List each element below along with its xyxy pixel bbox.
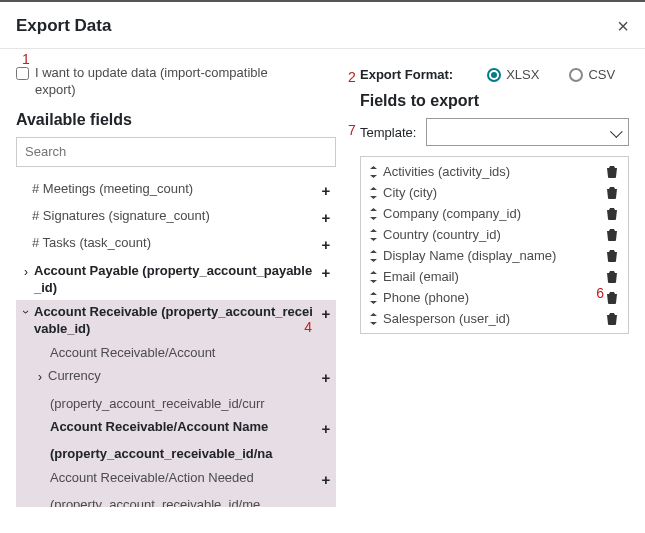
tree-row-branch[interactable]: › Account Payable (property_account_paya…	[16, 259, 336, 300]
tree-row-child: (property_account_receivable_id/curr	[16, 392, 336, 416]
template-row: 7 Template:	[360, 118, 629, 146]
add-field-icon[interactable]: +	[318, 470, 334, 490]
drag-handle-icon[interactable]	[369, 313, 379, 325]
right-column: 2 Export Format: XLSX CSV Fields to expo…	[360, 55, 629, 507]
available-fields-tree[interactable]: 3 # Meetings (meeting_count) + # Signatu…	[16, 177, 336, 507]
close-icon[interactable]: ×	[617, 16, 629, 36]
chevron-right-icon[interactable]: ›	[20, 264, 32, 280]
available-fields-heading: Available fields	[16, 111, 336, 129]
trash-icon[interactable]	[606, 207, 620, 220]
add-field-icon[interactable]: +	[318, 368, 334, 388]
fields-to-export-heading: Fields to export	[360, 92, 629, 110]
export-field-label: Display Name (display_name)	[383, 248, 606, 263]
radio-dot-icon	[487, 68, 501, 82]
drag-handle-icon[interactable]	[369, 250, 379, 262]
field-label: # Tasks (task_count)	[32, 234, 314, 252]
export-fields-list: 5 6 Activities (activity_ids) City (city…	[360, 156, 629, 334]
format-radio-group: XLSX CSV	[487, 67, 615, 82]
add-field-icon[interactable]: +	[318, 304, 334, 324]
export-dialog: Export Data × 1 I want to update data (i…	[0, 2, 645, 507]
field-label: # Meetings (meeting_count)	[32, 180, 314, 198]
field-tech: (property_account_receivable_id/na	[50, 445, 330, 463]
trash-icon[interactable]	[606, 165, 620, 178]
export-field-row[interactable]: Activities (activity_ids)	[365, 161, 624, 182]
export-field-row[interactable]: Country (country_id)	[365, 224, 624, 245]
add-field-icon[interactable]: +	[318, 419, 334, 439]
tree-row-child[interactable]: Account Receivable/Action Needed +	[16, 466, 336, 493]
export-field-row[interactable]: Email (email)	[365, 266, 624, 287]
tree-row-child: (property_account_receivable_id/me	[16, 493, 336, 507]
left-column: 1 I want to update data (import-compatib…	[16, 55, 336, 507]
trash-icon[interactable]	[606, 249, 620, 262]
chevron-right-icon[interactable]: ›	[34, 369, 46, 385]
tree-row[interactable]: # Meetings (meeting_count) +	[16, 177, 336, 204]
titlebar: Export Data ×	[0, 2, 645, 49]
add-field-icon[interactable]: +	[318, 181, 334, 201]
trash-icon[interactable]	[606, 291, 620, 304]
radio-csv[interactable]: CSV	[569, 67, 615, 82]
radio-dot-icon	[569, 68, 583, 82]
field-label: Account Receivable (property_account_rec…	[34, 303, 314, 338]
drag-handle-icon[interactable]	[369, 166, 379, 178]
field-label: Currency	[48, 367, 314, 385]
drag-handle-icon[interactable]	[369, 229, 379, 241]
tree-row-child[interactable]: Account Receivable/Account	[16, 341, 336, 365]
export-field-label: Phone (phone)	[383, 290, 606, 305]
import-compatible-row: 1 I want to update data (import-compatib…	[16, 65, 336, 99]
radio-xlsx[interactable]: XLSX	[487, 67, 539, 82]
field-tech: (property_account_receivable_id/curr	[50, 395, 330, 413]
export-field-label: Email (email)	[383, 269, 606, 284]
add-field-icon[interactable]: +	[318, 208, 334, 228]
export-field-row[interactable]: Phone (phone)	[365, 287, 624, 308]
tree-row[interactable]: # Signatures (signature_count) +	[16, 204, 336, 231]
tree-row-child: (property_account_receivable_id/na	[16, 442, 336, 466]
trash-icon[interactable]	[606, 270, 620, 283]
template-select[interactable]	[426, 118, 629, 146]
export-field-label: Activities (activity_ids)	[383, 164, 606, 179]
export-format-row: 2 Export Format: XLSX CSV	[360, 67, 629, 82]
add-field-icon[interactable]: +	[318, 235, 334, 255]
export-field-label: Salesperson (user_id)	[383, 311, 606, 326]
field-tech: (property_account_receivable_id/me	[50, 496, 330, 507]
export-field-row[interactable]: Display Name (display_name)	[365, 245, 624, 266]
annotation-7: 7	[348, 122, 356, 138]
drag-handle-icon[interactable]	[369, 292, 379, 304]
trash-icon[interactable]	[606, 228, 620, 241]
annotation-1: 1	[22, 51, 30, 67]
annotation-2: 2	[348, 69, 356, 85]
import-compatible-checkbox[interactable]	[16, 67, 29, 80]
export-field-row[interactable]: Salesperson (user_id)	[365, 308, 624, 329]
export-field-label: Country (country_id)	[383, 227, 606, 242]
tree-row-child[interactable]: Account Receivable/Account Name +	[16, 415, 336, 442]
field-label: Account Receivable/Account	[50, 344, 330, 362]
add-field-icon[interactable]: +	[318, 263, 334, 283]
search-input[interactable]	[16, 137, 336, 167]
field-label: Account Receivable/Account Name	[50, 418, 314, 436]
drag-handle-icon[interactable]	[369, 271, 379, 283]
field-label: # Signatures (signature_count)	[32, 207, 314, 225]
chevron-down-icon[interactable]: ›	[18, 306, 34, 318]
drag-handle-icon[interactable]	[369, 187, 379, 199]
tree-row-child[interactable]: › Currency +	[16, 364, 336, 391]
export-field-label: City (city)	[383, 185, 606, 200]
trash-icon[interactable]	[606, 312, 620, 325]
field-label: Account Payable (property_account_payabl…	[34, 262, 314, 297]
export-field-row[interactable]: Company (company_id)	[365, 203, 624, 224]
field-label: Account Receivable/Action Needed	[50, 469, 314, 487]
tree-row-branch-expanded[interactable]: › Account Receivable (property_account_r…	[16, 300, 336, 341]
export-field-row[interactable]: City (city)	[365, 182, 624, 203]
template-label: Template:	[360, 125, 416, 140]
export-field-label: Company (company_id)	[383, 206, 606, 221]
trash-icon[interactable]	[606, 186, 620, 199]
tree-row[interactable]: # Tasks (task_count) +	[16, 231, 336, 258]
export-format-label: Export Format:	[360, 67, 453, 82]
import-compatible-label: I want to update data (import-compatible…	[35, 65, 295, 99]
drag-handle-icon[interactable]	[369, 208, 379, 220]
dialog-title: Export Data	[16, 16, 111, 36]
